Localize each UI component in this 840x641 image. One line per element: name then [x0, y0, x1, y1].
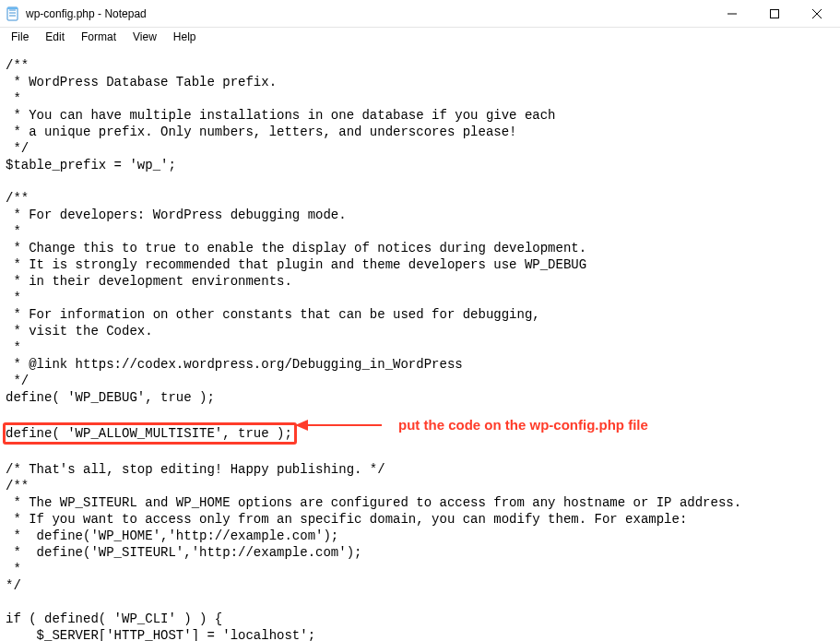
code-line: * It is strongly recommended that plugin… — [6, 257, 586, 272]
svg-rect-0 — [7, 7, 18, 20]
svg-rect-6 — [771, 9, 779, 18]
annotation-text: put the code on the wp-config.php file — [398, 417, 648, 433]
code-line: * — [6, 91, 21, 106]
code-line: */ — [6, 578, 21, 593]
menubar: File Edit Format View Help — [0, 28, 840, 46]
arrow-icon — [295, 420, 382, 431]
code-line: * define('WP_HOME','http://example.com')… — [6, 528, 338, 543]
menu-edit[interactable]: Edit — [38, 29, 72, 45]
window-title: wp-config.php - Notepad — [26, 7, 147, 20]
titlebar-left: wp-config.php - Notepad — [6, 6, 147, 21]
code-line: /** — [6, 479, 29, 493]
code-line: * Change this to true to enable the disp… — [6, 241, 586, 255]
code-line: define( 'WP_DEBUG', true ); — [6, 390, 215, 405]
code-line: * If you want to access only from an spe… — [6, 512, 687, 527]
notepad-icon — [6, 6, 20, 21]
code-line: $table_prefix = 'wp_'; — [6, 158, 176, 172]
menu-file[interactable]: File — [4, 29, 36, 45]
code-line: * @link https://codex.wordpress.org/Debu… — [6, 357, 463, 372]
code-line: * define('WP_SITEURL','http://example.co… — [6, 545, 361, 560]
menu-help[interactable]: Help — [166, 29, 204, 45]
code-line: * — [6, 291, 21, 305]
code-line: if ( defined( 'WP_CLI' ) ) { — [6, 611, 222, 626]
code-line: * — [6, 562, 21, 576]
titlebar: wp-config.php - Notepad — [0, 0, 840, 28]
code-line: * — [6, 340, 21, 355]
code-line: * a unique prefix. Only numbers, letters… — [6, 125, 517, 139]
code-line: * The WP_SITEURL and WP_HOME options are… — [6, 495, 741, 510]
maximize-button[interactable] — [753, 0, 796, 28]
code-line: */ — [6, 141, 29, 156]
code-line: * For information on other constants tha… — [6, 307, 540, 322]
menu-view[interactable]: View — [125, 29, 164, 45]
minimize-button[interactable] — [711, 0, 753, 28]
code-line: * visit the Codex. — [6, 324, 153, 338]
code-line: $_SERVER['HTTP_HOST'] = 'localhost'; — [6, 628, 315, 641]
svg-rect-4 — [7, 7, 18, 9]
code-line: * WordPress Database Table prefix. — [6, 75, 277, 89]
menu-format[interactable]: Format — [74, 29, 124, 45]
code-line: /** — [6, 191, 29, 206]
code-line: * You can have multiple installations in… — [6, 108, 556, 123]
close-button[interactable] — [796, 0, 838, 28]
code-line: * — [6, 224, 21, 239]
window-controls — [711, 0, 838, 28]
code-line: /* That's all, stop editing! Happy publi… — [6, 462, 385, 477]
highlighted-code: define( 'WP_ALLOW_MULTISITE', true ); — [3, 422, 297, 445]
code-line: */ — [6, 374, 29, 388]
annotation-callout: put the code on the wp-config.php file — [295, 417, 648, 433]
code-line: /** — [6, 58, 29, 73]
code-line: * For developers: WordPress debugging mo… — [6, 208, 347, 222]
code-line: * in their development environments. — [6, 274, 292, 289]
text-editor[interactable]: /** * WordPress Database Table prefix. *… — [0, 46, 840, 641]
